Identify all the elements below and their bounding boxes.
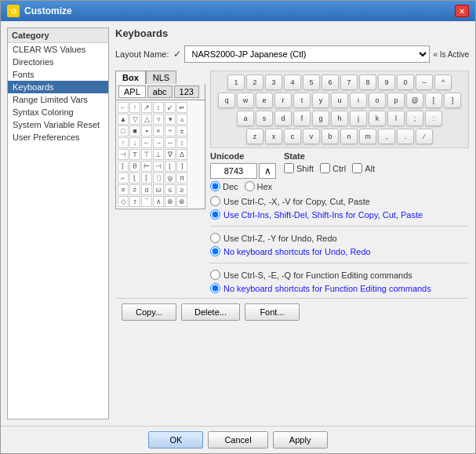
tab-box[interactable]: Box [115, 71, 146, 84]
char-cell[interactable]: ← [118, 102, 129, 113]
char-cell[interactable]: ∇ [165, 149, 176, 160]
key-e[interactable]: e [256, 93, 273, 108]
char-cell[interactable]: ⌊ [165, 161, 176, 172]
sidebar-item-directories[interactable]: Directories [8, 56, 108, 68]
sidebar-item-user-preferences[interactable]: User Preferences [8, 131, 108, 143]
char-cell[interactable]: ∆ [176, 149, 187, 160]
char-cell[interactable]: ⌷ [153, 173, 164, 183]
key-d[interactable]: d [274, 111, 292, 126]
char-cell[interactable]: × [153, 125, 164, 136]
key-m[interactable]: m [359, 129, 376, 144]
sub-tab-123[interactable]: 123 [174, 85, 199, 98]
key-3[interactable]: 3 [265, 74, 282, 90]
key-q[interactable]: q [218, 93, 235, 108]
key-r[interactable]: r [274, 93, 292, 108]
undo-opt-radio-1[interactable] [210, 233, 220, 243]
key-bracket-close[interactable]: ] [444, 93, 461, 108]
sidebar-item-fonts[interactable]: Fonts [8, 68, 108, 81]
char-cell[interactable]: ψ [165, 173, 176, 183]
char-cell[interactable]: T [129, 149, 140, 160]
copy-opt-radio-2[interactable] [210, 209, 220, 220]
key-dash[interactable]: – [416, 74, 433, 90]
ok-button[interactable]: OK [148, 431, 203, 449]
char-cell[interactable]: ↕ [153, 102, 164, 113]
char-cell[interactable]: ↔ [165, 137, 176, 148]
option-radio-3[interactable]: Use Ctrl-Z, -Y for Undo, Redo [210, 233, 469, 243]
char-cell[interactable]: θ [129, 161, 140, 172]
key-slash[interactable]: ∕ [416, 129, 433, 144]
char-cell[interactable]: ▵ [176, 114, 187, 125]
char-cell[interactable]: ≤ [165, 184, 176, 195]
char-cell[interactable]: □ [118, 125, 129, 136]
char-cell[interactable]: ω [153, 184, 164, 195]
char-cell[interactable]: △ [141, 114, 152, 125]
char-cell[interactable]: ⊣ [118, 149, 129, 160]
key-0[interactable]: 0 [397, 74, 414, 90]
key-bracket-open[interactable]: [ [425, 93, 442, 108]
key-w[interactable]: w [237, 93, 254, 108]
option-radio-6[interactable]: No keyboard shortcuts for Function Editi… [210, 283, 469, 293]
key-p[interactable]: p [387, 93, 405, 108]
char-cell[interactable]: → [153, 137, 164, 148]
key-t[interactable]: t [293, 93, 311, 108]
char-cell[interactable]: ◇ [118, 196, 129, 207]
key-s[interactable]: s [256, 111, 273, 126]
char-cell[interactable]: ↑ [118, 137, 129, 148]
sub-tab-apl[interactable]: APL [118, 85, 146, 98]
option-radio-1[interactable]: Use Ctrl-C, -X, -V for Copy, Cut, Paste [210, 196, 469, 206]
char-cell[interactable]: α [141, 184, 152, 195]
key-l[interactable]: l [387, 111, 405, 126]
char-cell[interactable]: ▿ [153, 114, 164, 125]
shift-checkbox[interactable] [284, 163, 294, 173]
unicode-input[interactable] [210, 163, 257, 179]
copy-button[interactable]: Copy... [122, 303, 176, 321]
shift-checkbox-label[interactable]: Shift [284, 163, 314, 173]
char-cell[interactable]: π [176, 173, 187, 183]
alt-checkbox-label[interactable]: Alt [352, 163, 375, 173]
key-b[interactable]: b [322, 129, 339, 144]
font-button[interactable]: Font... [245, 303, 300, 321]
key-5[interactable]: 5 [303, 74, 320, 90]
close-button[interactable]: ✕ [455, 5, 469, 17]
ctrl-checkbox-label[interactable]: Ctrl [320, 163, 346, 173]
key-u[interactable]: u [331, 93, 348, 108]
char-cell[interactable]: ↕ [176, 137, 187, 148]
char-cell[interactable]: ⊣ [153, 161, 164, 172]
key-7[interactable]: 7 [340, 74, 358, 90]
key-k[interactable]: k [369, 111, 386, 126]
key-semicolon[interactable]: ; [406, 111, 423, 126]
tab-nls[interactable]: NLS [146, 71, 176, 84]
sidebar-item-keyboards[interactable]: Keyboards [8, 81, 108, 93]
key-period[interactable]: . [397, 129, 414, 144]
key-9[interactable]: 9 [378, 74, 395, 90]
key-i[interactable]: i [350, 93, 367, 108]
sidebar-item-clear-ws-values[interactable]: CLEAR WS Values [8, 43, 108, 56]
key-v[interactable]: v [303, 129, 320, 144]
char-cell[interactable]: ↓ [129, 137, 140, 148]
undo-opt-radio-2[interactable] [210, 246, 220, 256]
char-cell[interactable]: ⌉ [176, 161, 187, 172]
char-cell[interactable]: ⊥ [153, 149, 164, 160]
char-cell[interactable]: ⊢ [141, 161, 152, 172]
char-cell[interactable]: ▲ [118, 114, 129, 125]
char-cell[interactable]: ⊕ [176, 196, 187, 207]
hex-radio-label[interactable]: Hex [245, 181, 273, 191]
char-cell[interactable]: τ [129, 196, 140, 207]
char-cell[interactable]: ∧ [153, 196, 164, 207]
char-cell[interactable]: ↑ [129, 102, 140, 113]
char-cell[interactable]: ⌈ [141, 173, 152, 183]
dec-radio[interactable] [210, 181, 220, 191]
dec-radio-label[interactable]: Dec [210, 181, 238, 191]
key-z[interactable]: z [246, 129, 263, 144]
key-h[interactable]: h [331, 111, 348, 126]
char-cell[interactable]: ▾ [165, 114, 176, 125]
char-cell[interactable]: ▽ [129, 114, 140, 125]
key-6[interactable]: 6 [322, 74, 339, 90]
apply-button[interactable]: Apply [273, 431, 328, 449]
char-cell[interactable]: ⌊ [129, 173, 140, 183]
key-2[interactable]: 2 [246, 74, 263, 90]
key-y[interactable]: y [312, 93, 329, 108]
key-n[interactable]: n [340, 129, 358, 144]
key-comma[interactable]: , [378, 129, 395, 144]
char-cell[interactable]: ⊤ [141, 149, 152, 160]
